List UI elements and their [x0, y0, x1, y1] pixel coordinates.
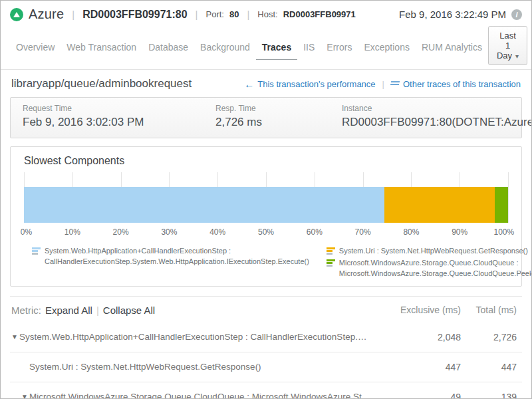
stacked-bar	[24, 187, 508, 223]
total-ms: 139	[461, 392, 517, 399]
transaction-name: libraryapp/queue/adminbookrequest	[11, 77, 192, 90]
other-traces-label: Other traces of this transaction	[403, 79, 521, 89]
request-time-value: Feb 9, 2016 3:02:03 PM	[23, 116, 215, 129]
axis-tick-label: 70%	[355, 227, 371, 237]
metric-name-text: Microsoft.WindowsAzure.Storage.Queue.Clo…	[29, 392, 381, 399]
total-ms: 447	[461, 362, 517, 372]
nav-controls: Last 1 Day▾ ≡	[488, 26, 532, 69]
metric-values: 49139	[381, 392, 517, 399]
axis-tick-label: 30%	[161, 227, 177, 237]
transaction-header: libraryapp/queue/adminbookrequest ← This…	[10, 70, 522, 97]
separator: |	[382, 79, 384, 89]
port-label: Port:	[205, 9, 223, 19]
legend-swatch	[32, 247, 41, 255]
bar-segment-2[interactable]	[384, 187, 495, 223]
collapse-triangle-icon[interactable]: ▼	[21, 393, 28, 399]
total-ms: 2,726	[461, 332, 517, 342]
tab-background[interactable]: Background	[194, 37, 256, 59]
legend-label: System.Uri : System.Net.HttpWebRequest.G…	[339, 246, 528, 257]
instance-id: RD0003FFB09971:80	[82, 9, 187, 21]
app-window: Azure | RD0003FFB09971:80 | Port:80 | Ho…	[0, 0, 532, 399]
legend-item: System.Web.HttpApplication+CallHandlerEx…	[32, 246, 309, 267]
resp-time-value: 2,726 ms	[215, 116, 342, 129]
table-row[interactable]: ▼Microsoft.WindowsAzure.Storage.Queue.Cl…	[10, 382, 522, 399]
trace-summary-panel: Request Time Feb 9, 2016 3:02:03 PM Resp…	[10, 97, 522, 138]
metric-controls: Metric: Expand All | Collapse All	[11, 305, 155, 316]
separator: |	[96, 305, 99, 316]
legend-item: System.Uri : System.Net.HttpWebRequest.G…	[327, 246, 532, 257]
exclusive-ms: 2,048	[381, 332, 461, 342]
trace-list-icon	[391, 80, 400, 88]
metric-table-header: Metric: Expand All | Collapse All Exclus…	[10, 296, 522, 323]
slowest-components-panel: Slowest Components 0%10%20%30%40%50%60%7…	[10, 146, 522, 287]
axis-tick-label: 90%	[452, 227, 467, 237]
host-label: Host:	[257, 9, 277, 19]
transaction-links: ← This transaction's performance | Other…	[244, 78, 521, 90]
port-value: 80	[229, 9, 239, 19]
legend-swatch	[327, 259, 335, 267]
chart-title: Slowest Components	[24, 155, 508, 167]
expand-all-link[interactable]: Expand All	[45, 305, 92, 316]
tab-database[interactable]: Database	[142, 37, 194, 59]
axis-tick-label: 100%	[494, 227, 515, 237]
metric-values: 447447	[381, 362, 517, 372]
gridline	[508, 172, 509, 223]
chevron-down-icon: ▾	[512, 53, 519, 60]
host-value: RD0003FFB09971	[283, 9, 356, 19]
tab-rum-analytics[interactable]: RUM Analytics	[416, 37, 488, 59]
axis-tick-label: 80%	[403, 227, 419, 237]
resp-time-label: Resp. Time	[215, 104, 342, 113]
report-timestamp: Feb 9, 2016 3:22:49 PM	[399, 9, 506, 20]
main-content: libraryapp/queue/adminbookrequest ← This…	[1, 70, 531, 399]
transaction-performance-label: This transaction's performance	[257, 79, 375, 89]
health-status-icon	[10, 8, 23, 21]
tab-web-transaction[interactable]: Web Transaction	[61, 37, 142, 59]
table-row[interactable]: System.Uri : System.Net.HttpWebRequest.G…	[10, 352, 522, 382]
col-header-exclusive: Exclusive (ms)	[381, 305, 461, 315]
metric-values: 2,0482,726	[381, 332, 517, 342]
tab-errors[interactable]: Errors	[321, 37, 358, 59]
metric-name-text: System.Uri : System.Net.HttpWebRequest.G…	[29, 362, 261, 372]
table-row[interactable]: ▼System.Web.HttpApplication+CallHandlerE…	[10, 323, 522, 352]
col-header-total: Total (ms)	[461, 305, 517, 315]
resp-time-block: Resp. Time 2,726 ms	[215, 104, 342, 129]
top-header: Azure | RD0003FFB09971:80 | Port:80 | Ho…	[1, 1, 531, 26]
collapse-triangle-icon[interactable]: ▼	[11, 333, 18, 340]
status-arrow-icon	[13, 12, 20, 17]
other-traces-link[interactable]: Other traces of this transaction	[391, 79, 521, 89]
exclusive-ms: 447	[381, 362, 461, 372]
metric-label: Metric:	[11, 305, 41, 316]
axis-tick-label: 20%	[113, 227, 129, 237]
tab-overview[interactable]: Overview	[10, 37, 61, 59]
nav-tabs: Overview Web Transaction Database Backgr…	[10, 37, 488, 59]
tab-exceptions[interactable]: Exceptions	[358, 37, 415, 59]
collapse-all-link[interactable]: Collapse All	[103, 305, 155, 316]
metric-table: ▼System.Web.HttpApplication+CallHandlerE…	[10, 323, 522, 399]
tab-iis[interactable]: IIS	[297, 37, 321, 59]
instance-value: RD0003FFB09971:80(DOTNET:AzureTest)	[342, 116, 532, 129]
metric-name-text: System.Web.HttpApplication+CallHandlerEx…	[19, 332, 381, 342]
instance-block: Instance RD0003FFB09971:80(DOTNET:AzureT…	[342, 104, 532, 129]
tab-traces[interactable]: Traces	[256, 37, 297, 60]
axis-tick-label: 60%	[307, 227, 323, 237]
table-column-headers: Exclusive (ms) Total (ms)	[381, 305, 517, 315]
axis-tick-label: 50%	[258, 227, 274, 237]
info-icon[interactable]: i	[511, 9, 522, 20]
bar-segment-3[interactable]	[495, 187, 508, 223]
chart-legend: System.Web.HttpApplication+CallHandlerEx…	[24, 246, 508, 279]
time-range-dropdown[interactable]: Last 1 Day▾	[488, 26, 527, 65]
legend-column-left: System.Web.HttpApplication+CallHandlerEx…	[32, 246, 309, 279]
transaction-performance-link[interactable]: ← This transaction's performance	[244, 78, 375, 90]
app-title[interactable]: Azure	[29, 7, 64, 22]
separator: |	[244, 9, 252, 20]
metric-name: System.Uri : System.Net.HttpWebRequest.G…	[11, 362, 381, 372]
metric-name: ▼System.Web.HttpApplication+CallHandlerE…	[11, 332, 381, 342]
back-arrow-icon: ←	[244, 78, 254, 90]
legend-label: Microsoft.WindowsAzure.Storage.Queue.Clo…	[339, 258, 532, 279]
legend-swatch	[327, 247, 335, 255]
bar-segment-1[interactable]	[24, 187, 384, 223]
legend-item: Microsoft.WindowsAzure.Storage.Queue.Clo…	[327, 258, 532, 279]
legend-column-right: System.Uri : System.Net.HttpWebRequest.G…	[327, 246, 532, 279]
metric-name: ▼Microsoft.WindowsAzure.Storage.Queue.Cl…	[11, 392, 381, 399]
separator: |	[193, 9, 201, 20]
